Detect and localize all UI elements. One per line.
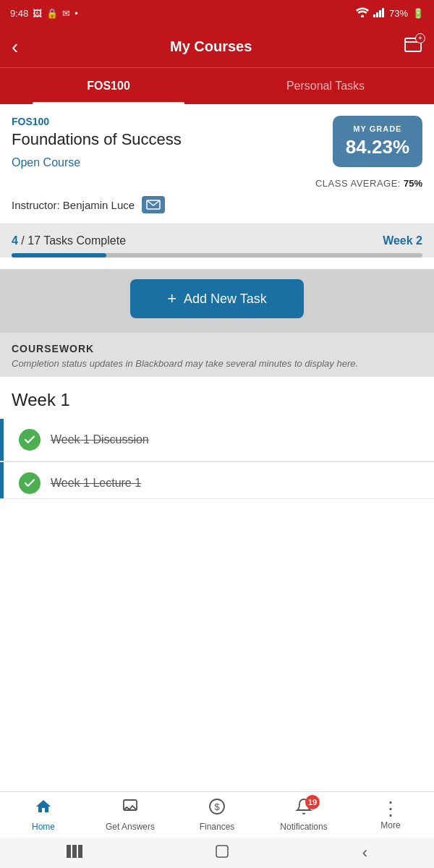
status-lock-icon: 🔒 — [46, 8, 58, 19]
home-icon — [35, 798, 52, 820]
task-left-bar — [0, 419, 4, 461]
svg-point-0 — [361, 14, 364, 17]
status-left: 9:48 🖼 🔒 ✉ • — [10, 8, 78, 19]
tabs: FOS100 Personal Tasks — [0, 68, 434, 104]
svg-rect-14 — [216, 846, 228, 857]
add-course-button[interactable]: + — [404, 36, 422, 58]
tasks-completed: 4 — [12, 234, 18, 247]
progress-bar-fill — [12, 253, 106, 258]
notifications-badge: 19 — [305, 795, 320, 809]
add-task-area: + Add New Task — [0, 269, 434, 333]
coursework-note: Completion status updates in Blackboard … — [12, 357, 422, 370]
tasks-total: 17 — [27, 234, 41, 247]
nav-label-finances: Finances — [200, 822, 235, 832]
status-battery-icon: 🔋 — [412, 8, 424, 19]
nav-item-finances[interactable]: $ Finances — [174, 792, 260, 838]
coursework-title: COURSEWORK — [12, 343, 422, 354]
instructor-text: Instructor: Benjamin Luce — [12, 199, 135, 211]
task-list: Week 1 Discussion Week 1 Lecture 1 — [0, 419, 434, 499]
nav-item-notifications[interactable]: 19 Notifications — [260, 792, 347, 838]
status-bar: 9:48 🖼 🔒 ✉ • 73% 🔋 — [0, 0, 434, 26]
class-avg-label: CLASS AVERAGE: — [315, 178, 401, 189]
open-course-link[interactable]: Open Course — [12, 156, 182, 169]
task-checkbox-2 — [19, 472, 41, 494]
course-code: FOS100 — [12, 116, 182, 127]
svg-rect-13 — [78, 845, 82, 858]
android-back-button[interactable]: ‹ — [362, 843, 367, 862]
tab-fos100[interactable]: FOS100 — [0, 68, 217, 104]
svg-rect-3 — [379, 10, 381, 17]
nav-item-more[interactable]: ⋮ More — [347, 792, 434, 838]
svg-rect-1 — [373, 14, 375, 17]
more-icon: ⋮ — [381, 799, 400, 818]
email-button[interactable] — [142, 196, 165, 213]
nav-label-get-answers: Get Answers — [106, 822, 155, 832]
instructor-row: Instructor: Benjamin Luce — [0, 196, 434, 224]
svg-rect-11 — [67, 845, 71, 858]
grade-box: MY GRADE 84.23% — [333, 116, 422, 167]
task-item-2[interactable]: Week 1 Lecture 1 — [0, 462, 434, 499]
week-heading: Week 1 — [0, 377, 434, 419]
course-name: Foundations of Success — [12, 130, 182, 149]
task-left-bar-2 — [0, 462, 4, 498]
tasks-count: 4 / 17 Tasks Complete — [12, 234, 126, 247]
status-dot: • — [75, 8, 78, 19]
android-home-button[interactable] — [215, 844, 229, 862]
status-time: 9:48 — [10, 8, 28, 19]
finances-icon: $ — [208, 798, 226, 820]
grade-label: MY GRADE — [346, 124, 409, 133]
svg-rect-2 — [376, 12, 378, 17]
nav-label-notifications: Notifications — [280, 822, 327, 832]
add-task-button[interactable]: + Add New Task — [130, 279, 304, 318]
back-button[interactable]: ‹ — [12, 35, 18, 59]
coursework-header: COURSEWORK Completion status updates in … — [0, 333, 434, 376]
svg-text:$: $ — [214, 801, 220, 812]
svg-rect-12 — [72, 845, 77, 858]
course-info: FOS100 Foundations of Success Open Cours… — [0, 104, 434, 178]
android-nav: ‹ — [0, 838, 434, 868]
task-item[interactable]: Week 1 Discussion — [0, 419, 434, 461]
status-battery: 73% — [389, 8, 408, 19]
class-average-row: CLASS AVERAGE: 75% — [0, 178, 434, 196]
get-answers-icon — [122, 798, 139, 820]
header: ‹ My Courses + — [0, 26, 434, 68]
status-photo-icon: 🖼 — [33, 8, 42, 19]
bottom-nav: Home Get Answers $ Finances 19 Notific — [0, 791, 434, 838]
svg-rect-4 — [382, 8, 384, 17]
plus-icon: + — [167, 289, 176, 308]
tasks-header: 4 / 17 Tasks Complete Week 2 — [12, 234, 422, 247]
add-task-label: Add New Task — [184, 292, 267, 307]
status-right: 73% 🔋 — [356, 7, 424, 20]
progress-bar — [12, 253, 422, 258]
status-mail-icon: ✉ — [62, 8, 70, 19]
nav-label-more: More — [380, 820, 400, 830]
nav-item-home[interactable]: Home — [0, 792, 87, 838]
nav-item-get-answers[interactable]: Get Answers — [87, 792, 174, 838]
course-info-left: FOS100 Foundations of Success Open Cours… — [12, 116, 182, 169]
task-name-2: Week 1 Lecture 1 — [51, 477, 141, 490]
task-name-1: Week 1 Discussion — [51, 433, 149, 446]
task-checkbox-1 — [19, 429, 41, 451]
tasks-section: 4 / 17 Tasks Complete Week 2 — [0, 224, 434, 258]
week-label: Week 2 — [383, 234, 422, 247]
status-wifi-icon — [356, 7, 369, 20]
status-signal-icon — [373, 7, 385, 20]
nav-label-home: Home — [32, 822, 55, 832]
android-menu-button[interactable] — [67, 845, 82, 861]
class-avg-value: 75% — [404, 178, 422, 189]
header-title: My Courses — [170, 38, 252, 55]
tab-personal-tasks[interactable]: Personal Tasks — [217, 68, 434, 104]
grade-value: 84.23% — [346, 136, 409, 158]
add-icon: + — [415, 33, 425, 43]
tasks-label: Tasks Complete — [43, 234, 126, 247]
